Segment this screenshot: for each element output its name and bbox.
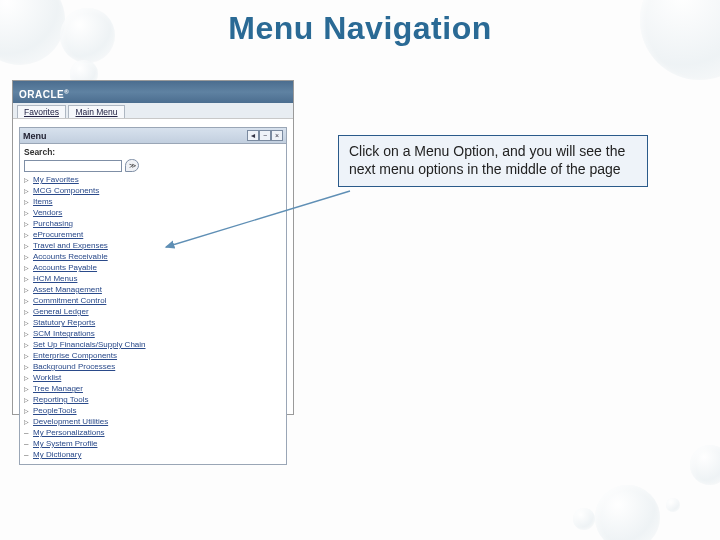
menu-item-label[interactable]: Development Utilities bbox=[33, 417, 108, 426]
search-label: Search: bbox=[24, 147, 282, 157]
leaf-icon: – bbox=[24, 441, 30, 447]
menu-panel: Menu ◄ − × Search: ≫ ▷My Favorites▷MCG C… bbox=[19, 127, 287, 465]
expand-icon: ▷ bbox=[24, 188, 30, 194]
menu-item-label[interactable]: General Ledger bbox=[33, 307, 89, 316]
panel-back-button[interactable]: ◄ bbox=[247, 130, 259, 141]
menu-item-label[interactable]: Set Up Financials/Supply Chain bbox=[33, 340, 146, 349]
menu-item[interactable]: ▷Commitment Control bbox=[24, 295, 282, 306]
expand-icon: ▷ bbox=[24, 232, 30, 238]
menu-item-label[interactable]: Vendors bbox=[33, 208, 62, 217]
menu-item[interactable]: ▷PeopleTools bbox=[24, 405, 282, 416]
search-go-button[interactable]: ≫ bbox=[125, 159, 139, 172]
menu-item-label[interactable]: Reporting Tools bbox=[33, 395, 88, 404]
menu-item-label[interactable]: MCG Components bbox=[33, 186, 99, 195]
expand-icon: ▷ bbox=[24, 221, 30, 227]
menu-item[interactable]: ▷Asset Management bbox=[24, 284, 282, 295]
menu-item-label[interactable]: Statutory Reports bbox=[33, 318, 95, 327]
registered-icon: ® bbox=[64, 89, 69, 95]
menu-item[interactable]: ▷Vendors bbox=[24, 207, 282, 218]
menu-item[interactable]: ▷MCG Components bbox=[24, 185, 282, 196]
menu-item[interactable]: –My Dictionary bbox=[24, 449, 282, 460]
panel-minimize-button[interactable]: − bbox=[259, 130, 271, 141]
expand-icon: ▷ bbox=[24, 309, 30, 315]
expand-icon: ▷ bbox=[24, 386, 30, 392]
leaf-icon: – bbox=[24, 430, 30, 436]
menu-item[interactable]: ▷Enterprise Components bbox=[24, 350, 282, 361]
menu-panel-body: Search: ≫ ▷My Favorites▷MCG Components▷I… bbox=[20, 144, 286, 464]
menu-item-label[interactable]: My Favorites bbox=[33, 175, 79, 184]
menu-item-label[interactable]: Purchasing bbox=[33, 219, 73, 228]
menu-item[interactable]: ▷Worklist bbox=[24, 372, 282, 383]
tabs-row: Favorites Main Menu bbox=[13, 103, 293, 119]
menu-item[interactable]: ▷Background Processes bbox=[24, 361, 282, 372]
expand-icon: ▷ bbox=[24, 364, 30, 370]
decor-bubble bbox=[573, 508, 595, 530]
expand-icon: ▷ bbox=[24, 265, 30, 271]
menu-item-label[interactable]: Accounts Payable bbox=[33, 263, 97, 272]
tab-main-menu[interactable]: Main Menu bbox=[68, 105, 124, 118]
expand-icon: ▷ bbox=[24, 408, 30, 414]
menu-item-label[interactable]: SCM Integrations bbox=[33, 329, 95, 338]
menu-item[interactable]: ▷Accounts Payable bbox=[24, 262, 282, 273]
panel-close-button[interactable]: × bbox=[271, 130, 283, 141]
expand-icon: ▷ bbox=[24, 177, 30, 183]
menu-item-label[interactable]: Items bbox=[33, 197, 53, 206]
menu-item-label[interactable]: eProcurement bbox=[33, 230, 83, 239]
expand-icon: ▷ bbox=[24, 320, 30, 326]
brand-label: ORACLE bbox=[19, 89, 64, 100]
menu-item[interactable]: ▷Set Up Financials/Supply Chain bbox=[24, 339, 282, 350]
menu-item[interactable]: ▷General Ledger bbox=[24, 306, 282, 317]
menu-item[interactable]: ▷Accounts Receivable bbox=[24, 251, 282, 262]
menu-item[interactable]: ▷SCM Integrations bbox=[24, 328, 282, 339]
expand-icon: ▷ bbox=[24, 243, 30, 249]
expand-icon: ▷ bbox=[24, 199, 30, 205]
decor-bubble bbox=[595, 485, 660, 540]
expand-icon: ▷ bbox=[24, 397, 30, 403]
menu-item-label[interactable]: Enterprise Components bbox=[33, 351, 117, 360]
menu-item-label[interactable]: Accounts Receivable bbox=[33, 252, 108, 261]
expand-icon: ▷ bbox=[24, 342, 30, 348]
menu-item[interactable]: ▷Items bbox=[24, 196, 282, 207]
search-input[interactable] bbox=[24, 160, 122, 172]
menu-item-label[interactable]: Background Processes bbox=[33, 362, 115, 371]
expand-icon: ▷ bbox=[24, 375, 30, 381]
brand-bar: ORACLE® bbox=[13, 81, 293, 103]
callout-text: Click on a Menu Option, and you will see… bbox=[349, 143, 625, 177]
menu-item[interactable]: ▷Travel and Expenses bbox=[24, 240, 282, 251]
menu-item[interactable]: –My Personalizations bbox=[24, 427, 282, 438]
menu-item-label[interactable]: Worklist bbox=[33, 373, 61, 382]
app-screenshot: ORACLE® Favorites Main Menu Menu ◄ − × S… bbox=[12, 80, 294, 415]
expand-icon: ▷ bbox=[24, 287, 30, 293]
menu-item[interactable]: ▷Development Utilities bbox=[24, 416, 282, 427]
menu-item[interactable]: –My System Profile bbox=[24, 438, 282, 449]
menu-list: ▷My Favorites▷MCG Components▷Items▷Vendo… bbox=[24, 174, 282, 460]
menu-panel-header: Menu ◄ − × bbox=[20, 128, 286, 144]
tab-favorites[interactable]: Favorites bbox=[17, 105, 66, 118]
menu-item[interactable]: ▷My Favorites bbox=[24, 174, 282, 185]
menu-item[interactable]: ▷eProcurement bbox=[24, 229, 282, 240]
menu-item-label[interactable]: My Dictionary bbox=[33, 450, 81, 459]
menu-item[interactable]: ▷Statutory Reports bbox=[24, 317, 282, 328]
menu-item-label[interactable]: PeopleTools bbox=[33, 406, 77, 415]
menu-item[interactable]: ▷Tree Manager bbox=[24, 383, 282, 394]
menu-item-label[interactable]: HCM Menus bbox=[33, 274, 77, 283]
expand-icon: ▷ bbox=[24, 276, 30, 282]
leaf-icon: – bbox=[24, 452, 30, 458]
menu-item-label[interactable]: Tree Manager bbox=[33, 384, 83, 393]
menu-item[interactable]: ▷HCM Menus bbox=[24, 273, 282, 284]
menu-panel-controls: ◄ − × bbox=[247, 130, 283, 141]
expand-icon: ▷ bbox=[24, 254, 30, 260]
menu-item-label[interactable]: My Personalizations bbox=[33, 428, 105, 437]
menu-item-label[interactable]: Commitment Control bbox=[33, 296, 106, 305]
menu-item[interactable]: ▷Purchasing bbox=[24, 218, 282, 229]
menu-item-label[interactable]: Travel and Expenses bbox=[33, 241, 108, 250]
expand-icon: ▷ bbox=[24, 353, 30, 359]
expand-icon: ▷ bbox=[24, 419, 30, 425]
menu-item-label[interactable]: My System Profile bbox=[33, 439, 97, 448]
menu-item-label[interactable]: Asset Management bbox=[33, 285, 102, 294]
expand-icon: ▷ bbox=[24, 298, 30, 304]
slide-title: Menu Navigation bbox=[0, 10, 720, 47]
menu-item[interactable]: ▷Reporting Tools bbox=[24, 394, 282, 405]
search-row: ≫ bbox=[24, 159, 282, 172]
expand-icon: ▷ bbox=[24, 210, 30, 216]
